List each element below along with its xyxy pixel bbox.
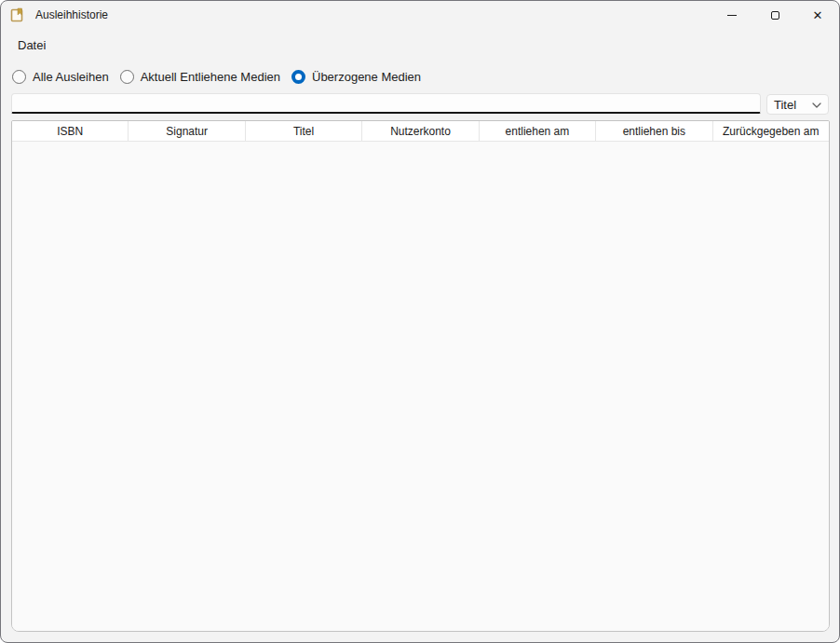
radio-option-alle-ausleihen[interactable]: Alle Ausleihen — [12, 70, 109, 84]
chevron-down-icon — [812, 103, 821, 108]
column-header-signatur[interactable]: Signatur — [129, 121, 245, 141]
maximize-button[interactable] — [753, 1, 796, 29]
minimize-button[interactable] — [711, 1, 753, 29]
search-input[interactable] — [11, 93, 761, 114]
menu-item-datei[interactable]: Datei — [12, 36, 51, 54]
column-header-zurueckgegeben-am[interactable]: Zurückgegeben am — [713, 121, 829, 141]
radio-label: Überzogene Medien — [312, 70, 421, 84]
column-header-isbn[interactable]: ISBN — [12, 121, 129, 141]
menubar: Datei — [1, 34, 839, 55]
column-header-titel[interactable]: Titel — [246, 121, 362, 141]
close-button[interactable]: ✕ — [796, 1, 839, 29]
radio-label: Alle Ausleihen — [33, 70, 109, 84]
close-icon: ✕ — [813, 9, 823, 21]
loan-history-table: ISBN Signatur Titel Nutzerkonto entliehe… — [11, 120, 830, 632]
table-body-empty — [12, 142, 829, 631]
search-column-dropdown[interactable]: Titel — [766, 94, 829, 115]
column-header-entliehen-bis[interactable]: entliehen bis — [596, 121, 712, 141]
radio-circle-unchecked-icon — [120, 70, 134, 84]
column-header-entliehen-am[interactable]: entliehen am — [480, 121, 596, 141]
radio-option-ueberzogene-medien[interactable]: Überzogene Medien — [291, 70, 421, 84]
book-with-bookmark-icon — [10, 7, 24, 22]
app-window: Ausleihhistorie ✕ Datei Alle Ausleihen A… — [0, 0, 840, 643]
radio-label: Aktuell Entliehene Medien — [141, 70, 280, 84]
radio-circle-unchecked-icon — [12, 70, 26, 84]
titlebar: Ausleihhistorie ✕ — [1, 1, 839, 29]
dropdown-selected-value: Titel — [774, 98, 796, 112]
table-header-row: ISBN Signatur Titel Nutzerkonto entliehe… — [12, 121, 829, 142]
caption-buttons: ✕ — [711, 1, 839, 29]
radio-option-aktuell-entliehene-medien[interactable]: Aktuell Entliehene Medien — [120, 70, 280, 84]
radio-circle-checked-icon — [291, 70, 305, 84]
window-title: Ausleihhistorie — [35, 8, 108, 21]
maximize-icon — [771, 11, 779, 20]
column-header-nutzerkonto[interactable]: Nutzerkonto — [362, 121, 479, 141]
filter-radio-group: Alle Ausleihen Aktuell Entliehene Medien… — [12, 70, 421, 84]
minimize-icon — [727, 15, 737, 16]
